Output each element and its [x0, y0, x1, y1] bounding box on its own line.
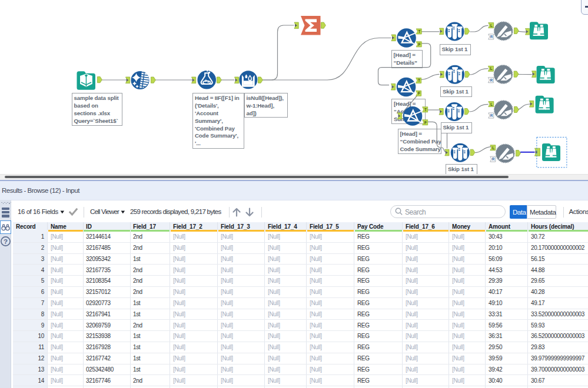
- svg-text:F: F: [418, 42, 421, 46]
- svg-text:R: R: [490, 35, 493, 39]
- svg-text:L: L: [492, 146, 494, 150]
- svg-text:L: L: [490, 66, 493, 71]
- svg-text:T: T: [418, 29, 421, 34]
- svg-text:F: F: [424, 121, 427, 125]
- svg-text:T: T: [424, 108, 427, 112]
- svg-text:R: R: [490, 113, 493, 118]
- svg-text:L: L: [490, 24, 493, 28]
- svg-text:T: T: [418, 78, 420, 82]
- svg-text:R: R: [490, 78, 493, 82]
- svg-text:R: R: [492, 157, 495, 161]
- svg-text:?: ?: [4, 238, 8, 245]
- svg-text:L: L: [490, 102, 493, 106]
- svg-text:F: F: [418, 91, 420, 95]
